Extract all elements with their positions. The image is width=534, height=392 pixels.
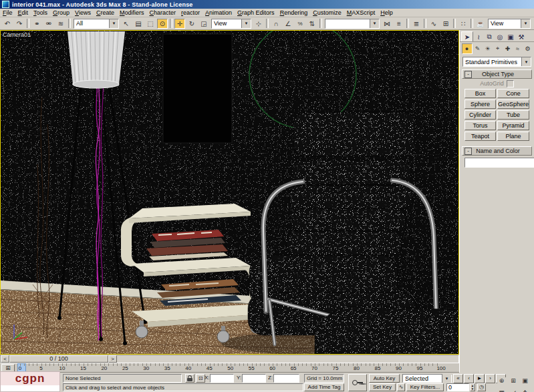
- field-of-view-icon[interactable]: ◿: [509, 389, 517, 392]
- menu-item[interactable]: Rendering: [277, 9, 311, 17]
- chevron-down-icon[interactable]: ▼: [241, 19, 251, 28]
- object-type-button[interactable]: Pyramid: [497, 121, 529, 130]
- collapse-icon[interactable]: -: [464, 71, 472, 78]
- object-type-button[interactable]: Tube: [497, 110, 529, 120]
- key-filters-button[interactable]: Key Filters...: [406, 383, 444, 391]
- object-name-field[interactable]: [464, 158, 534, 168]
- geometry-category-dropdown[interactable]: Standard Primitives ▼: [462, 57, 531, 67]
- object-type-rollout-header[interactable]: - Object Type: [462, 69, 532, 79]
- chevron-down-icon[interactable]: ▼: [521, 19, 530, 28]
- render-type-dropdown[interactable]: View ▼: [488, 19, 531, 29]
- spinner-snap-icon[interactable]: ⇅: [307, 19, 317, 29]
- tab-motion-icon[interactable]: ◎: [495, 32, 505, 41]
- tab-create-icon[interactable]: ➤: [461, 31, 473, 41]
- select-and-move-icon[interactable]: ✛: [174, 19, 185, 29]
- curve-editor-icon[interactable]: ∿: [428, 19, 439, 29]
- collapse-icon[interactable]: -: [464, 148, 472, 155]
- helpers-icon[interactable]: ✚: [503, 44, 513, 53]
- menu-item[interactable]: Graph Editors: [235, 9, 277, 17]
- set-key-button[interactable]: Set Key: [369, 383, 396, 391]
- render-setup-icon[interactable]: ☕: [475, 19, 486, 29]
- tab-modify-icon[interactable]: ≀: [473, 32, 484, 41]
- set-key-curve-toggle[interactable]: ∿: [397, 383, 405, 391]
- angle-snap-icon[interactable]: ∠: [283, 19, 293, 29]
- mirror-icon[interactable]: ⋈: [382, 19, 392, 29]
- select-by-name-icon[interactable]: ▤: [133, 19, 144, 29]
- zoom-all-icon[interactable]: ⊞: [509, 377, 517, 385]
- pan-icon[interactable]: ✥: [521, 389, 529, 392]
- previous-frame-button[interactable]: ‹: [464, 374, 474, 383]
- ottoman[interactable]: [315, 306, 458, 354]
- bind-to-space-warp-icon[interactable]: ≋: [55, 19, 66, 29]
- menu-item[interactable]: Tools: [31, 9, 50, 17]
- menu-item[interactable]: Views: [72, 9, 94, 17]
- object-type-button[interactable]: Sphere: [464, 100, 496, 109]
- current-frame-field[interactable]: [446, 383, 469, 391]
- material-editor-icon[interactable]: ∷: [458, 19, 469, 29]
- undo-icon[interactable]: ↶: [2, 19, 13, 29]
- menu-item[interactable]: Animation: [203, 9, 235, 17]
- reference-coordsys-dropdown[interactable]: View ▼: [211, 19, 251, 29]
- chevron-down-icon[interactable]: ▼: [109, 19, 118, 28]
- object-type-button[interactable]: GeoSphere: [497, 100, 529, 109]
- object-type-button[interactable]: Teapot: [464, 132, 496, 141]
- selection-filter-dropdown[interactable]: All ▼: [74, 19, 119, 29]
- chevron-down-icon[interactable]: ▼: [521, 57, 531, 66]
- object-type-button[interactable]: Cone: [497, 89, 529, 98]
- chevron-down-icon[interactable]: ▼: [370, 19, 379, 28]
- unlink-selection-icon[interactable]: ⚮: [43, 19, 54, 29]
- snap-toggle-icon[interactable]: ∩: [271, 19, 281, 29]
- frame-spinner[interactable]: ▴ ▾: [470, 383, 475, 391]
- play-button[interactable]: ►: [475, 374, 485, 383]
- lampshade[interactable]: [68, 31, 125, 88]
- lights-icon[interactable]: ☀: [483, 44, 493, 53]
- auto-key-button[interactable]: Auto Key: [369, 374, 400, 383]
- spinner-down-icon[interactable]: ▾: [472, 387, 474, 391]
- menu-item[interactable]: reactor: [178, 9, 203, 17]
- cameras-icon[interactable]: ⌖: [493, 44, 503, 53]
- zoom-extents-all-icon[interactable]: ▦: [497, 389, 506, 392]
- zoom-extents-icon[interactable]: ▣: [521, 377, 529, 385]
- absolute-mode-toggle[interactable]: ⊡: [196, 374, 205, 383]
- next-frame-button[interactable]: ›: [485, 374, 495, 383]
- time-slider-handle[interactable]: 0 / 100: [9, 355, 108, 363]
- selection-lock-toggle[interactable]: [185, 374, 194, 383]
- next-frame-arrow[interactable]: >: [108, 355, 117, 363]
- menu-item[interactable]: MAXScript: [344, 9, 378, 17]
- selection-set-dropdown[interactable]: Selected ▼: [402, 374, 452, 383]
- wall-painting[interactable]: [163, 34, 232, 143]
- named-selection-sets-dropdown[interactable]: ▼: [325, 19, 380, 29]
- shapes-icon[interactable]: ✎: [473, 44, 483, 53]
- menu-item[interactable]: Customize: [310, 9, 344, 17]
- align-icon[interactable]: ≡: [394, 19, 404, 29]
- viewport-label[interactable]: Camera01: [3, 31, 31, 38]
- zoom-icon[interactable]: ⊕: [497, 377, 506, 385]
- name-and-color-rollout-header[interactable]: - Name and Color: [462, 146, 532, 156]
- object-type-button[interactable]: Box: [464, 89, 496, 98]
- space-warps-icon[interactable]: ≈: [513, 44, 523, 53]
- menu-item[interactable]: Character: [146, 9, 178, 17]
- x-coordinate-field[interactable]: [210, 374, 234, 383]
- go-to-start-button[interactable]: «: [453, 374, 463, 383]
- z-coordinate-field[interactable]: [273, 374, 299, 383]
- object-type-button[interactable]: Torus: [464, 121, 496, 130]
- menu-item[interactable]: Edit: [15, 9, 31, 17]
- select-and-scale-icon[interactable]: ◲: [198, 19, 209, 29]
- previous-frame-arrow[interactable]: <: [1, 355, 9, 363]
- select-and-link-icon[interactable]: ⚭: [31, 19, 42, 29]
- layer-manager-icon[interactable]: ≣: [411, 19, 422, 29]
- geometry-icon[interactable]: ●: [462, 43, 473, 54]
- add-time-tag[interactable]: Add Time Tag: [304, 383, 344, 391]
- redo-icon[interactable]: ↷: [14, 19, 25, 29]
- menu-item[interactable]: Modifiers: [117, 9, 147, 17]
- object-type-button[interactable]: Cylinder: [464, 110, 496, 120]
- tab-utilities-icon[interactable]: ⚒: [516, 32, 527, 41]
- menu-item[interactable]: Help: [378, 9, 396, 17]
- select-and-manipulate-icon[interactable]: ⊹: [253, 19, 264, 29]
- selection-region-icon[interactable]: ⬚: [145, 19, 156, 29]
- viewport-canvas[interactable]: [1, 31, 458, 354]
- window-crossing-toggle-icon[interactable]: ⊙: [157, 19, 168, 29]
- chevron-down-icon[interactable]: ▼: [442, 374, 451, 383]
- menu-item[interactable]: Group: [50, 9, 72, 17]
- y-coordinate-field[interactable]: [242, 374, 266, 383]
